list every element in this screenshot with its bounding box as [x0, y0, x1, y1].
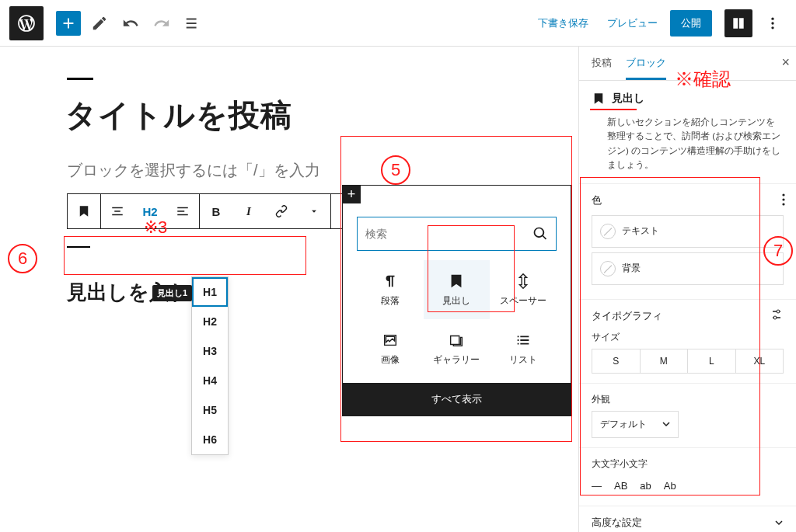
case-upper[interactable]: AB	[614, 480, 627, 492]
link-button[interactable]	[265, 194, 298, 228]
block-description: 新しいセクションを紹介しコンテンツを整理することで、訪問者 (および検索エンジン…	[579, 115, 796, 183]
edit-icon[interactable]	[87, 11, 112, 36]
annotation-underline	[590, 109, 637, 110]
italic-button[interactable]: I	[232, 194, 265, 228]
inserter-showall-button[interactable]: すべて表示	[343, 383, 571, 416]
heading-h3[interactable]: H3	[192, 336, 228, 366]
color-section: 色 テキスト 背景	[579, 183, 796, 299]
block-placeholder[interactable]: ブロックを選択するには「/」を入力	[67, 160, 532, 181]
font-size-picker: S M L XL	[592, 349, 784, 374]
top-toolbar: 下書き保存 プレビュー 公開	[0, 0, 796, 47]
tab-block[interactable]: ブロック	[626, 56, 666, 80]
heading-h1[interactable]: H1 見出し1	[192, 277, 228, 307]
post-title[interactable]: タイトルを投稿	[65, 94, 532, 137]
add-block-button[interactable]	[56, 11, 81, 36]
block-image[interactable]: 画像	[357, 319, 424, 378]
wordpress-logo[interactable]	[9, 6, 44, 40]
annotation-circle-7: 7	[763, 236, 793, 266]
heading-h4[interactable]: H4	[192, 366, 228, 395]
svg-point-10	[773, 316, 777, 319]
size-m[interactable]: M	[641, 349, 689, 373]
more-formatting-button[interactable]	[298, 194, 330, 228]
tab-post[interactable]: 投稿	[592, 56, 612, 80]
redo-button[interactable]	[149, 11, 174, 36]
block-toolbar: H2 B I	[67, 193, 365, 229]
typography-section: タイポグラフィ サイズ S M L XL	[579, 299, 796, 383]
svg-point-8	[782, 203, 784, 205]
lettercase-section: 大文字小文字 — AB ab Ab	[579, 447, 796, 506]
inserter-search-input[interactable]	[365, 228, 532, 240]
more-menu[interactable]	[759, 9, 787, 37]
appearance-section: 外観 デフォルト	[579, 383, 796, 447]
inserter-plus-icon[interactable]: +	[342, 185, 361, 203]
annotation-star3: ※3	[144, 217, 167, 238]
undo-button[interactable]	[118, 11, 143, 36]
block-inserter-panel: + 段落 見出し スペーサー 画像 ギャラリー リスト すべて表示	[342, 185, 571, 416]
search-icon	[532, 226, 548, 242]
case-lower[interactable]: ab	[640, 480, 651, 492]
appearance-select[interactable]: デフォルト	[592, 411, 679, 438]
heading-h5[interactable]: H5	[192, 395, 228, 425]
block-type-icon[interactable]	[68, 194, 100, 228]
title-dash	[67, 78, 93, 80]
heading-h2[interactable]: H2	[192, 307, 228, 336]
color-bg-row[interactable]: 背景	[592, 252, 784, 285]
svg-point-7	[782, 198, 784, 200]
block-list[interactable]: リスト	[490, 319, 557, 378]
typography-options-icon[interactable]	[773, 309, 785, 322]
color-options-icon[interactable]	[782, 193, 785, 208]
chevron-down-icon	[774, 518, 784, 527]
size-l[interactable]: L	[688, 349, 736, 373]
bookmark-icon	[592, 92, 606, 106]
inserter-search[interactable]	[357, 217, 557, 251]
block-gallery[interactable]: ギャラリー	[424, 319, 491, 378]
advanced-section[interactable]: 高度な設定	[579, 506, 796, 532]
annotation-circle-5: 5	[381, 155, 410, 185]
preview-link[interactable]: プレビュー	[607, 16, 658, 30]
heading-dash	[67, 246, 90, 248]
swatch-icon	[600, 224, 616, 239]
color-text-row[interactable]: テキスト	[592, 215, 784, 248]
svg-point-6	[782, 193, 784, 196]
editor-canvas: タイトルを投稿 ブロックを選択するには「/」を入力 H2 B I 見出しを入れる	[0, 47, 578, 532]
heading-h6[interactable]: H6	[192, 425, 228, 454]
svg-point-1	[771, 22, 773, 24]
heading-level-dropdown: H1 見出し1 H2 H3 H4 H5 H6	[191, 276, 229, 455]
block-heading[interactable]: 見出し	[424, 260, 491, 319]
text-align-button[interactable]	[166, 194, 199, 228]
sidebar-close-icon[interactable]: ×	[781, 54, 790, 71]
settings-panel-toggle[interactable]	[724, 9, 752, 37]
svg-point-2	[771, 26, 773, 29]
svg-point-0	[771, 17, 773, 19]
list-view-button[interactable]	[180, 11, 205, 36]
size-xl[interactable]: XL	[736, 349, 784, 373]
case-none[interactable]: —	[592, 480, 602, 492]
save-draft-link[interactable]: 下書き保存	[538, 16, 588, 30]
svg-point-9	[777, 310, 780, 313]
annotation-circle-6: 6	[8, 244, 37, 273]
block-spacer[interactable]: スペーサー	[490, 260, 557, 319]
bold-button[interactable]: B	[200, 194, 232, 228]
size-s[interactable]: S	[592, 349, 641, 373]
case-cap[interactable]: Ab	[664, 480, 676, 492]
block-paragraph[interactable]: 段落	[357, 260, 424, 319]
annotation-confirm: ※確認	[675, 67, 731, 92]
publish-button[interactable]: 公開	[670, 10, 712, 37]
heading-tooltip: 見出し1	[152, 285, 192, 301]
align-button[interactable]	[101, 194, 134, 228]
swatch-icon	[600, 261, 616, 276]
settings-sidebar: 投稿 ブロック × 見出し 新しいセクションを紹介しコンテンツを整理することで、…	[578, 47, 796, 532]
